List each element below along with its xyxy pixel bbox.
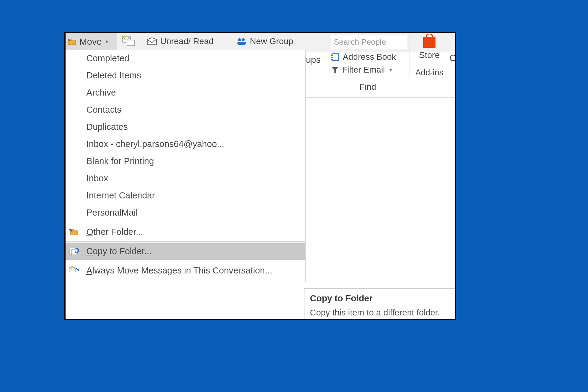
address-book-icon [331,53,340,61]
menu-item-internet-calendar[interactable]: Internet Calendar [66,187,305,204]
move-button-label: Move [79,36,102,47]
menu-item-deleted-items[interactable]: Deleted Items [66,67,305,84]
rules-button[interactable] [119,33,144,50]
menu-item-completed[interactable]: Completed [66,50,305,67]
svg-rect-11 [331,59,333,60]
search-people-input[interactable]: Search People [331,35,407,49]
menu-separator [66,261,305,261]
store-label: Store [419,50,440,60]
svg-rect-4 [124,36,126,37]
folder-move-icon [68,38,77,46]
tooltip-title: Copy to Folder [310,293,456,303]
addins-section-label: Add-ins [409,68,449,77]
svg-rect-10 [331,57,333,58]
svg-rect-18 [71,266,74,268]
unread-read-button[interactable]: Unread/ Read [144,33,236,50]
menu-item-blank-printing[interactable]: Blank for Printing [66,153,305,170]
tooltip-body: Copy this item to a different folder. [310,308,456,318]
funnel-icon [331,66,339,74]
svg-rect-12 [423,37,435,48]
always-move-icon [69,266,80,274]
find-group: Search People Address Book Filter Email … [331,33,405,92]
caret-down-icon: ▾ [105,38,108,45]
move-dropdown: Completed Deleted Items Archive Contacts… [66,50,306,282]
menu-item-archive[interactable]: Archive [66,84,305,101]
store-icon [421,34,437,49]
svg-point-6 [242,38,245,41]
envelope-icon [147,37,157,46]
rules-icon [122,36,135,47]
menu-separator [66,241,305,242]
copy-to-folder-icon [69,247,79,255]
menu-separator [66,222,305,222]
caret-down-icon: ▾ [389,66,392,73]
svg-rect-3 [127,40,134,46]
folder-move-icon [69,228,79,236]
svg-rect-9 [331,55,333,56]
svg-point-5 [238,38,241,41]
filter-email-button[interactable]: Filter Email ▾ [331,65,405,75]
new-group-label: New Group [250,36,293,46]
menu-item-other-folder[interactable]: Other Folder... [66,223,305,240]
menu-item-inbox-yahoo[interactable]: Inbox - cheryl.parsons64@yahoo... [66,135,305,153]
outlook-window: Move ▾ Unread/ Read New Group oups Searc… [64,32,456,320]
menu-item-contacts[interactable]: Contacts [66,101,305,118]
address-book-label: Address Book [343,52,396,62]
truncated-label: C [450,53,456,63]
menu-item-personalmail[interactable]: PersonalMail [66,204,305,221]
svg-rect-7 [237,42,246,45]
tooltip-copy-to-folder: Copy to Folder Copy this item to a diffe… [304,288,456,320]
menu-item-copy-to-folder[interactable]: Copy to Folder... [66,243,305,260]
filter-email-label: Filter Email [342,65,385,75]
menu-item-duplicates[interactable]: Duplicates [66,118,305,135]
svg-rect-16 [72,249,77,255]
store-button[interactable]: Store [409,34,449,60]
address-book-button[interactable]: Address Book [331,52,405,62]
menu-separator [66,280,305,280]
store-group: Store Add-ins [409,33,449,77]
menu-item-always-move[interactable]: Always Move Messages in This Conversatio… [66,262,305,279]
find-section-label: Find [331,82,405,92]
menu-item-inbox[interactable]: Inbox [66,170,305,187]
svg-rect-8 [332,53,339,61]
people-icon [236,37,247,46]
unread-read-label: Unread/ Read [160,36,213,46]
new-group-button[interactable]: New Group [233,33,316,50]
move-button[interactable]: Move ▾ [66,33,117,50]
